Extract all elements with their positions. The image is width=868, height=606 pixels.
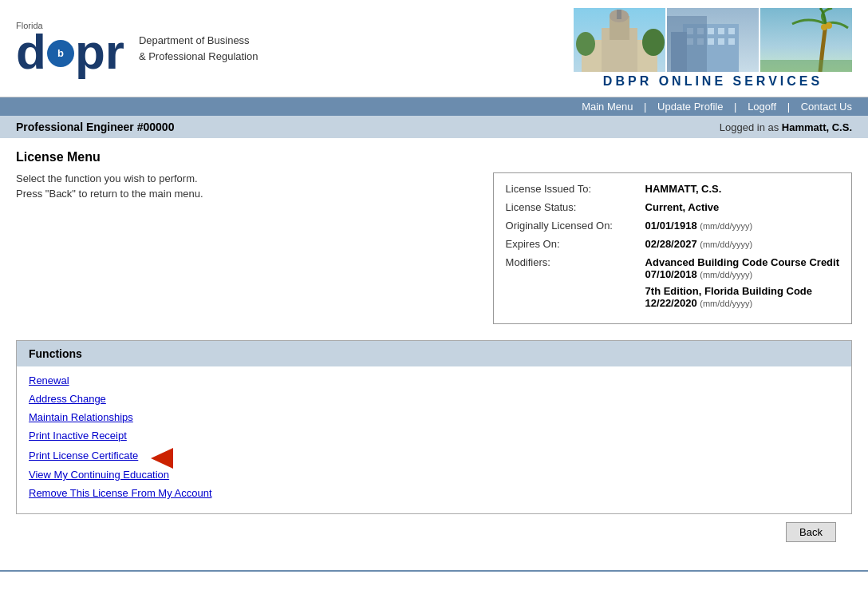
svg-point-7 <box>642 29 665 56</box>
print-inactive-receipt-link[interactable]: Print Inactive Receipt <box>29 430 839 442</box>
svg-rect-19 <box>728 38 735 45</box>
expires-value: 02/28/2027 (mm/dd/yyyy) <box>645 238 753 250</box>
modifier1: Advanced Building Code Course Credit 07/… <box>645 256 839 280</box>
online-services-label: DBPR ONLINE SERVICES <box>603 74 823 89</box>
svg-rect-13 <box>718 28 724 34</box>
print-license-certificate-link[interactable]: Print License Certificate <box>29 450 138 461</box>
view-continuing-education-link[interactable]: View My Continuing Education <box>29 469 839 481</box>
license-info-box: License Issued To: HAMMATT, C.S. License… <box>493 172 852 324</box>
svg-point-6 <box>576 32 595 56</box>
svg-point-24 <box>826 22 832 29</box>
page-header: Florida d b pr Department of Business & … <box>0 0 868 97</box>
originally-licensed-label: Originally Licensed On: <box>506 220 645 232</box>
issued-to-value: HAMMATT, C.S. <box>645 183 722 195</box>
sub-header: Professional Engineer #00000 Logged in a… <box>0 116 868 138</box>
left-col: Select the function you wish to perform.… <box>16 172 477 203</box>
logo-circle: b <box>47 40 74 67</box>
content-area: Select the function you wish to perform.… <box>16 172 852 324</box>
svg-rect-21 <box>667 16 707 72</box>
page-title: Professional Engineer #00000 <box>16 121 174 133</box>
bottom-border <box>0 570 868 572</box>
svg-rect-18 <box>718 38 724 45</box>
logoff-link[interactable]: Logoff <box>748 101 776 113</box>
svg-rect-12 <box>708 28 714 34</box>
renewal-link[interactable]: Renewal <box>29 374 839 386</box>
back-button[interactable]: Back <box>786 522 836 542</box>
palm-photo <box>760 8 852 72</box>
main-menu-link[interactable]: Main Menu <box>582 101 633 113</box>
status-row: License Status: Current, Active <box>506 201 839 213</box>
expires-row: Expires On: 02/28/2027 (mm/dd/yyyy) <box>506 238 839 250</box>
expires-label: Expires On: <box>506 238 645 250</box>
logged-in-label: Logged in as Hammatt, C.S. <box>720 121 852 133</box>
functions-list: Renewal Address Change Maintain Relation… <box>17 366 851 513</box>
update-profile-link[interactable]: Update Profile <box>657 101 723 113</box>
username: Hammatt, C.S. <box>782 121 852 133</box>
svg-rect-5 <box>617 10 621 19</box>
modifier2: 7th Edition, Florida Building Code 12/22… <box>645 285 839 309</box>
functions-header: Functions <box>17 341 851 366</box>
functions-section: Functions Renewal Address Change Maintai… <box>16 340 852 514</box>
print-cert-row: Print License Certificate <box>29 448 839 469</box>
license-menu-title: License Menu <box>16 150 852 164</box>
status-value: Current, Active <box>645 201 720 213</box>
red-arrow-indicator <box>151 448 173 469</box>
modifiers-row: Modifiers: Advanced Building Code Course… <box>506 256 839 314</box>
header-photos <box>574 8 852 72</box>
modifiers-label: Modifiers: <box>506 256 645 314</box>
address-change-link[interactable]: Address Change <box>29 393 839 405</box>
header-image-area: DBPR ONLINE SERVICES <box>574 8 852 89</box>
contact-us-link[interactable]: Contact Us <box>801 101 852 113</box>
originally-licensed-row: Originally Licensed On: 01/01/1918 (mm/d… <box>506 220 839 232</box>
modifiers-value: Advanced Building Code Course Credit 07/… <box>645 256 839 314</box>
desc2: Press "Back" to return to the main menu. <box>16 188 477 200</box>
svg-rect-25 <box>760 60 852 72</box>
nav-bar: Main Menu | Update Profile | Logoff | Co… <box>0 97 868 116</box>
org-name: Department of Business & Professional Re… <box>139 33 258 64</box>
svg-rect-17 <box>708 38 714 45</box>
capitol-photo <box>574 8 665 72</box>
dbpr-logo: Florida d b pr <box>16 21 124 77</box>
desc1: Select the function you wish to perform. <box>16 172 477 184</box>
status-label: License Status: <box>506 201 645 213</box>
issued-to-label: License Issued To: <box>506 183 645 195</box>
originally-licensed-value: 01/01/1918 (mm/dd/yyyy) <box>645 220 753 232</box>
maintain-relationships-link[interactable]: Maintain Relationships <box>29 411 839 423</box>
remove-license-link[interactable]: Remove This License From My Account <box>29 487 839 499</box>
svg-rect-14 <box>728 28 735 34</box>
building-photo <box>667 8 759 72</box>
logo-area: Florida d b pr Department of Business & … <box>16 21 258 77</box>
issued-to-row: License Issued To: HAMMATT, C.S. <box>506 183 839 195</box>
main-content: License Menu Select the function you wis… <box>0 138 868 562</box>
dbpr-letters: d b pr <box>16 27 124 77</box>
back-area: Back <box>16 514 852 550</box>
